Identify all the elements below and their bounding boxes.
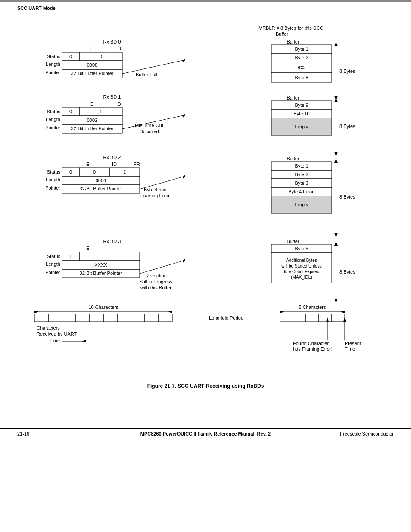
- svg-text:32-Bit Buffer Pointer: 32-Bit Buffer Pointer: [80, 186, 122, 191]
- svg-text:XXXX: XXXX: [94, 262, 107, 268]
- svg-text:8 Bytes: 8 Bytes: [339, 194, 355, 199]
- svg-text:MRBLR = 8 Bytes for this SCC: MRBLR = 8 Bytes for this SCC: [258, 25, 323, 31]
- page-footer: 21-16 MPC8260 PowerQUICC II Family Refer…: [0, 428, 411, 439]
- svg-text:8 Bytes: 8 Bytes: [339, 269, 355, 274]
- svg-text:Additional Bytes: Additional Bytes: [286, 258, 317, 263]
- svg-marker-110: [182, 259, 185, 263]
- svg-text:(MAX_IDL): (MAX_IDL): [291, 275, 312, 280]
- svg-text:E: E: [86, 162, 89, 167]
- svg-rect-146: [293, 314, 306, 322]
- svg-rect-135: [48, 314, 62, 322]
- svg-rect-137: [76, 314, 90, 322]
- svg-text:Pointer: Pointer: [45, 70, 60, 75]
- page-header: SCC UART Mode: [0, 2, 411, 12]
- svg-text:0002: 0002: [87, 118, 97, 123]
- svg-marker-116: [334, 241, 338, 246]
- svg-rect-141: [131, 314, 145, 322]
- svg-text:etc.: etc.: [298, 65, 305, 70]
- svg-text:32-Bit Buffer Pointer: 32-Bit Buffer Pointer: [71, 71, 114, 76]
- svg-marker-47: [182, 114, 185, 118]
- svg-marker-21: [334, 42, 338, 46]
- svg-text:Byte 1: Byte 1: [295, 163, 308, 168]
- svg-text:with this Buffer: with this Buffer: [140, 285, 171, 290]
- svg-text:Empty: Empty: [295, 202, 308, 207]
- svg-line-109: [140, 260, 185, 274]
- svg-rect-136: [62, 314, 76, 322]
- svg-text:FR: FR: [134, 162, 140, 167]
- svg-marker-79: [182, 175, 185, 179]
- svg-text:Byte 4 has: Byte 4 has: [144, 187, 166, 192]
- svg-text:Buffer: Buffer: [286, 39, 299, 44]
- svg-text:Pointer: Pointer: [45, 270, 60, 275]
- svg-marker-160: [343, 317, 346, 322]
- svg-text:Idle Count Expires: Idle Count Expires: [284, 269, 319, 274]
- svg-text:Byte 4 Error!: Byte 4 Error!: [288, 189, 315, 194]
- svg-text:8 Bytes: 8 Bytes: [339, 68, 355, 74]
- svg-text:Byte 8: Byte 8: [295, 75, 308, 80]
- svg-marker-17: [182, 59, 185, 63]
- svg-text:Buffer Full: Buffer Full: [136, 72, 157, 77]
- svg-text:Byte 5: Byte 5: [295, 246, 308, 251]
- figure-caption: Figure 21-7. SCC UART Receiving using Rx…: [26, 383, 385, 389]
- svg-rect-142: [145, 314, 159, 322]
- svg-marker-154: [82, 340, 86, 342]
- svg-text:Rx BD 1: Rx BD 1: [103, 94, 121, 100]
- svg-text:Byte 9: Byte 9: [295, 103, 308, 108]
- svg-text:Length: Length: [46, 261, 60, 267]
- svg-text:1: 1: [100, 109, 102, 114]
- svg-text:Byte 2: Byte 2: [295, 55, 308, 60]
- svg-marker-127: [34, 311, 39, 313]
- svg-text:Pointer: Pointer: [45, 125, 60, 130]
- svg-text:Time: Time: [50, 338, 60, 343]
- svg-rect-139: [103, 314, 117, 322]
- svg-marker-131: [280, 311, 284, 313]
- svg-rect-102: [79, 252, 140, 261]
- svg-text:Still in Progress: Still in Progress: [140, 279, 173, 284]
- svg-text:ID: ID: [112, 162, 117, 167]
- svg-text:32-Bit Buffer Pointer: 32-Bit Buffer Pointer: [71, 126, 114, 131]
- svg-rect-138: [90, 314, 103, 322]
- svg-text:Length: Length: [46, 117, 60, 122]
- svg-rect-140: [117, 314, 131, 322]
- svg-text:8 Bytes: 8 Bytes: [339, 124, 355, 129]
- svg-text:Status: Status: [47, 169, 61, 174]
- svg-text:Length: Length: [46, 177, 60, 182]
- svg-text:Buffer: Buffer: [276, 31, 288, 37]
- svg-text:Byte 3: Byte 3: [295, 180, 308, 186]
- svg-text:E: E: [90, 46, 93, 51]
- svg-text:Status: Status: [47, 254, 61, 259]
- main-diagram: MRBLR = 8 Bytes for this SCC Buffer Rx B…: [26, 17, 385, 374]
- section-label: SCC UART Mode: [17, 6, 56, 11]
- svg-marker-84: [334, 159, 338, 163]
- svg-rect-134: [34, 314, 48, 322]
- svg-text:Buffer: Buffer: [286, 239, 299, 244]
- svg-marker-156: [326, 317, 329, 322]
- svg-text:Buffer: Buffer: [286, 95, 299, 100]
- footer-center: MPC8260 PowerQUICC II Family Reference M…: [140, 431, 271, 436]
- svg-text:Byte 10: Byte 10: [293, 111, 309, 116]
- svg-rect-145: [280, 314, 293, 322]
- svg-text:Characters: Characters: [37, 325, 60, 330]
- footer-right: Freescale Semiconductor: [340, 431, 394, 436]
- svg-text:E: E: [86, 246, 89, 251]
- main-content: MRBLR = 8 Bytes for this SCC Buffer Rx B…: [0, 12, 411, 402]
- svg-text:0: 0: [93, 169, 96, 174]
- svg-text:Empty: Empty: [295, 124, 308, 129]
- svg-text:Received by UART: Received by UART: [37, 331, 77, 336]
- svg-text:Framing Error: Framing Error: [140, 193, 170, 198]
- svg-text:0004: 0004: [96, 178, 106, 183]
- svg-text:0: 0: [100, 54, 102, 59]
- svg-marker-128: [168, 311, 172, 313]
- svg-marker-52: [334, 98, 338, 102]
- svg-text:Byte 2: Byte 2: [295, 172, 308, 177]
- svg-text:ID: ID: [116, 101, 121, 106]
- svg-text:Byte 1: Byte 1: [295, 47, 308, 52]
- svg-text:ID: ID: [116, 46, 121, 51]
- svg-rect-147: [306, 314, 319, 322]
- svg-marker-53: [334, 152, 338, 156]
- svg-rect-148: [319, 314, 332, 322]
- svg-text:Rx BD 3: Rx BD 3: [103, 239, 121, 244]
- svg-text:Idle Time-Out: Idle Time-Out: [135, 123, 163, 128]
- svg-text:0: 0: [69, 169, 72, 174]
- svg-text:0: 0: [69, 109, 72, 114]
